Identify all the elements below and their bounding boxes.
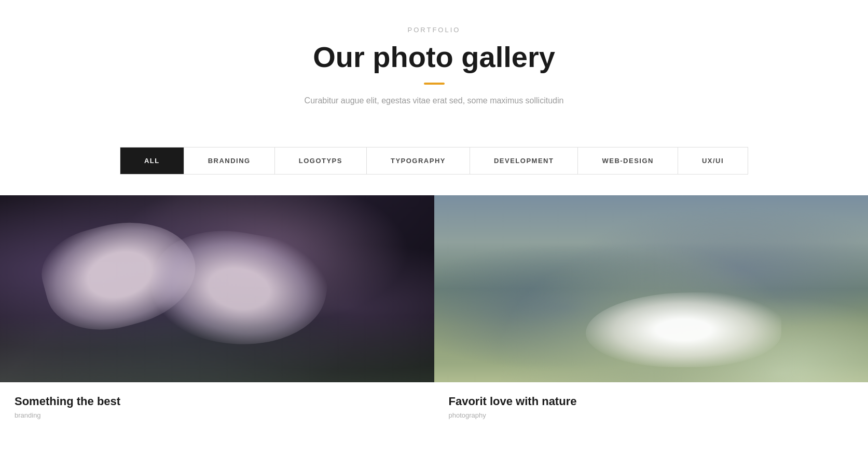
gallery-item-2[interactable]: Favorit love with nature photography [434, 195, 869, 434]
gallery-title-2: Favorit love with nature [449, 395, 854, 408]
title-divider [424, 83, 445, 85]
gallery-image-left [0, 195, 434, 382]
subtitle: Curabitur augue elit, egestas vitae erat… [10, 96, 858, 105]
gallery-category-2: photography [449, 411, 854, 419]
filter-ux-ui[interactable]: UX/UI [678, 148, 748, 174]
filter-development[interactable]: DEVELOPMENT [470, 148, 578, 174]
gallery-image-container-2 [434, 195, 869, 382]
portfolio-label: PORTFOLIO [10, 26, 858, 34]
page-wrapper: PORTFOLIO Our photo gallery Curabitur au… [0, 0, 868, 434]
header-section: PORTFOLIO Our photo gallery Curabitur au… [0, 0, 868, 126]
gallery-category-1: branding [15, 411, 420, 419]
gallery-caption-1: Something the best branding [0, 382, 434, 434]
filter-branding[interactable]: BRANDING [184, 148, 275, 174]
filter-logotyps[interactable]: LOGOTYPS [275, 148, 367, 174]
filter-bar: ALL BRANDING LOGOTYPS TYPOGRAPHY DEVELOP… [120, 147, 748, 175]
filter-all[interactable]: ALL [120, 148, 184, 174]
filter-typography[interactable]: TYPOGRAPHY [367, 148, 470, 174]
gallery-image-container-1 [0, 195, 434, 382]
main-title: Our photo gallery [10, 41, 858, 73]
gallery-caption-2: Favorit love with nature photography [434, 382, 869, 434]
filter-web-design[interactable]: WEB-DESIGN [578, 148, 678, 174]
gallery-title-1: Something the best [15, 395, 420, 408]
gallery-item-1[interactable]: Something the best branding [0, 195, 434, 434]
gallery-image-right [434, 195, 869, 382]
gallery-grid: Something the best branding Favorit love… [0, 195, 868, 434]
